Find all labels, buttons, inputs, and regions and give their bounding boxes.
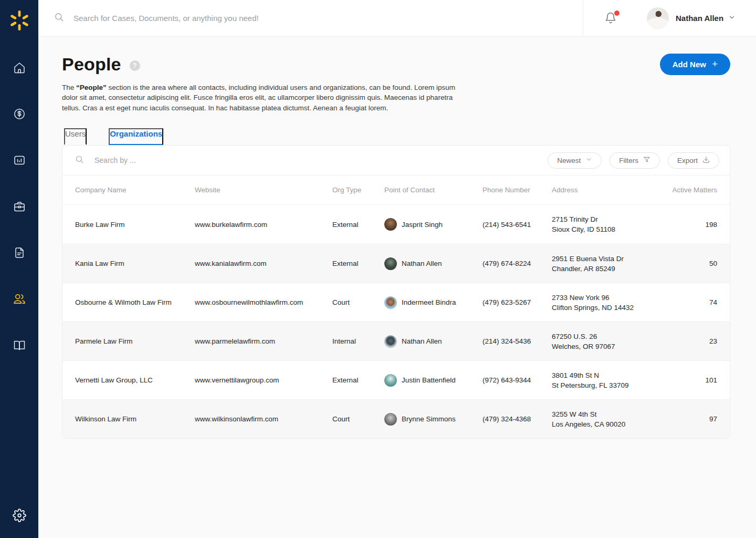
tab-users[interactable]: Users [64,128,87,145]
table-row[interactable]: Kania Law Firm www.kanialawfirm.com Exte… [62,244,730,283]
global-search-input[interactable] [74,14,583,23]
document-icon [13,246,26,261]
table-row[interactable]: Vernetti Law Group, LLC www.vernettilawg… [62,360,730,399]
app-logo[interactable] [8,8,31,34]
phone-number: (479) 623-5267 [482,298,547,306]
contact-avatar [384,335,397,348]
home-icon [13,61,26,76]
active-matters: 97 [662,415,717,423]
website: www.osbournewilmothlawfirm.com [195,298,332,306]
col-org-type: Org Type [332,186,384,194]
gear-icon [13,509,26,524]
active-matters: 23 [662,337,717,345]
filter-funnel-icon [643,156,650,165]
chevron-down-icon [723,14,736,23]
page-title: People [62,54,121,75]
sidebar-item-home[interactable] [0,62,38,75]
search-icon [54,12,64,24]
tab-bar: Users Organizations [62,128,730,145]
col-phone-number: Phone Number [482,186,547,194]
contact-avatar [384,296,397,309]
col-address: Address [547,185,662,195]
company-name: Kania Law Firm [75,260,195,267]
org-type: External [332,376,384,384]
add-new-button[interactable]: Add New + [660,54,730,75]
col-active-matters: Active Matters [662,186,717,194]
contact-name: Indermeet Bindra [402,298,456,306]
contact-name: Jasprit Singh [402,221,443,229]
table-row[interactable]: Parmele Law Firm www.parmelelawfirm.com … [62,322,730,360]
sidebar-item-documents[interactable] [0,247,38,260]
org-type: Internal [332,337,384,345]
organizations-card: Newest Filters Export Company Name Websi… [62,145,730,439]
people-icon [13,292,26,307]
table-header: Company Name Website Org Type Point of C… [62,175,730,205]
contact-avatar [384,413,397,426]
topbar: Nathan Allen [38,0,756,37]
sort-button[interactable]: Newest [548,152,602,169]
address: 2733 New York 96Clifton Springs, ND 1443… [547,293,662,313]
org-type: External [332,221,384,229]
active-matters: 198 [662,221,717,229]
col-company-name: Company Name [75,186,195,194]
website: www.vernettilawgroup.com [195,376,332,384]
book-icon [13,339,26,353]
company-name: Vernetti Law Group, LLC [75,376,195,384]
table-row[interactable]: Osbourne & Wilmoth Law Firm www.osbourne… [62,283,730,322]
tab-organizations[interactable]: Organizations [109,128,163,145]
user-menu[interactable]: Nathan Allen [647,7,736,29]
export-button[interactable]: Export [668,152,719,169]
notification-badge [614,11,620,16]
notifications-button[interactable] [604,12,617,25]
filters-button[interactable]: Filters [610,152,660,169]
sidebar-item-people[interactable] [0,293,38,306]
address: 67250 U.S. 26Welches, OR 97067 [547,332,662,351]
active-matters: 101 [662,376,717,384]
contact-name: Nathan Allen [402,260,442,267]
org-type: Court [332,415,384,423]
contact-avatar [384,257,397,270]
search-icon [75,155,84,166]
global-search [38,0,583,36]
page-description: The “People” section is the area where a… [62,82,461,113]
website: www.burkelawfirm.com [195,221,332,229]
phone-number: (479) 674-8224 [482,260,547,267]
plus-icon: + [712,58,718,70]
bell-icon [604,18,617,26]
sidebar-item-library[interactable] [0,339,38,352]
contact-avatar [384,374,397,387]
company-name: Parmele Law Firm [75,337,195,345]
user-name: Nathan Allen [676,14,723,23]
contact-avatar [384,218,397,231]
company-name: Burke Law Firm [75,221,195,229]
company-name: Wilkinson Law Firm [75,415,195,423]
address: 2951 E Buena Vista DrChandler, AR 85249 [547,254,662,274]
company-name: Osbourne & Wilmoth Law Firm [75,298,195,306]
table-row[interactable]: Wilkinson Law Firm www.wilkinsonlawfirm.… [62,399,730,438]
contact-name: Justin Battenfield [402,376,456,384]
sidebar-item-reports[interactable] [0,154,38,167]
sidebar-item-settings[interactable] [0,510,38,522]
website: www.parmelelawfirm.com [195,337,332,345]
people-page: People ? Add New + The “People” section … [38,37,756,538]
org-type: External [332,260,384,267]
user-avatar [647,7,669,29]
table-search-input[interactable] [94,156,540,164]
active-matters: 74 [662,298,717,306]
spark-icon [8,9,31,34]
bar-chart-icon [13,154,26,168]
address: 3801 49th St NSt Petersburg, FL 33709 [547,370,662,390]
table-body: Burke Law Firm www.burkelawfirm.com Exte… [62,205,730,438]
chevron-down-icon [585,156,592,164]
phone-number: (214) 324-5436 [482,337,547,345]
phone-number: (972) 643-9344 [482,376,547,384]
table-row[interactable]: Burke Law Firm www.burkelawfirm.com Exte… [62,205,730,244]
help-icon[interactable]: ? [130,60,140,71]
dollar-icon [13,108,26,122]
col-point-of-contact: Point of Contact [384,186,482,194]
sidebar-item-matters[interactable] [0,201,38,213]
sidebar-item-billing[interactable] [0,108,38,121]
active-matters: 50 [662,260,717,267]
org-type: Court [332,298,384,306]
phone-number: (214) 543-6541 [482,221,547,229]
